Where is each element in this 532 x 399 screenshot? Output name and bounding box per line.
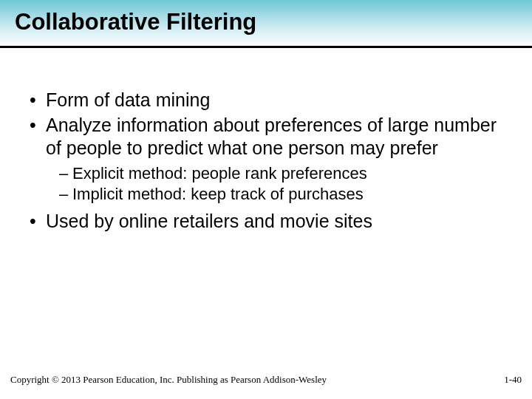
slide-body: Form of data mining Analyze information … <box>0 53 532 233</box>
title-band: Collaborative Filtering <box>0 0 532 53</box>
slide-title: Collaborative Filtering <box>15 9 256 35</box>
sub-bullet-item: Explicit method: people rank preferences <box>59 163 505 185</box>
sub-bullet-item: Implicit method: keep track of purchases <box>59 184 505 205</box>
bullet-item: Form of data mining <box>27 89 505 112</box>
copyright-text: Copyright © 2013 Pearson Education, Inc.… <box>10 374 327 386</box>
bullet-text: Analyze information about preferences of… <box>46 115 497 159</box>
bullet-list: Form of data mining Analyze information … <box>27 89 505 233</box>
bullet-item: Analyze information about preferences of… <box>27 114 505 205</box>
page-number: 1-40 <box>504 374 522 386</box>
sub-bullet-list: Explicit method: people rank preferences… <box>46 163 505 205</box>
title-underline <box>0 46 532 48</box>
bullet-item: Used by online retailers and movie sites <box>27 210 505 233</box>
